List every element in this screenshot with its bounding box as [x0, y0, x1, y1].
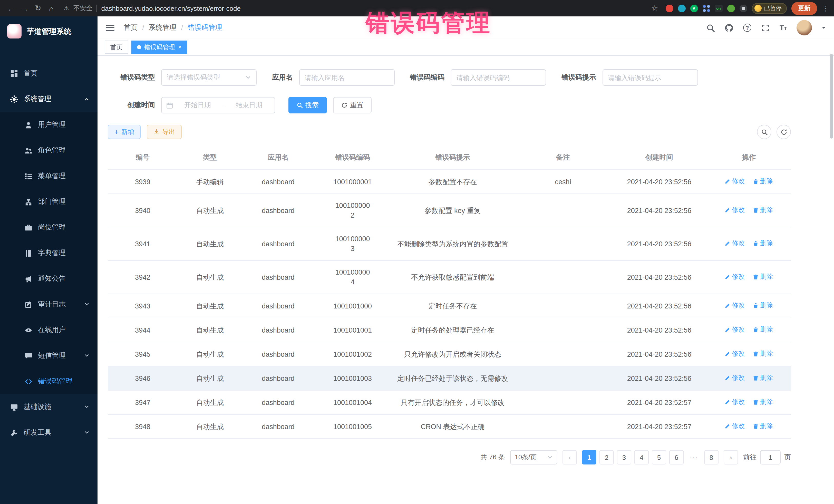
delete-link[interactable]: 删除 [753, 421, 773, 431]
refresh-icon[interactable] [776, 125, 791, 139]
sidebar-item-sms-mgmt[interactable]: 短信管理 [0, 343, 97, 369]
sidebar-item-infrastructure[interactable]: 基础设施 [0, 394, 97, 420]
sidebar-item-home[interactable]: 首页 [0, 61, 97, 86]
sidebar-item-post-mgmt[interactable]: 岗位管理 [0, 215, 97, 240]
page-button[interactable]: 3 [617, 450, 631, 464]
delete-link[interactable]: 删除 [753, 349, 773, 359]
sidebar-item-notice[interactable]: 通知公告 [0, 266, 97, 291]
sidebar-item-system[interactable]: 系统管理 [0, 86, 97, 112]
cell-type: 自动生成 [178, 414, 242, 439]
goto-page-input[interactable] [760, 450, 781, 464]
edit-link[interactable]: 修改 [725, 272, 745, 282]
show-search-icon[interactable] [757, 125, 771, 139]
delete-link[interactable]: 删除 [753, 397, 773, 407]
delete-link[interactable]: 删除 [753, 177, 773, 186]
sidebar-item-error-code[interactable]: 错误码管理 [0, 369, 97, 394]
sidebar-item-audit-log[interactable]: 审计日志 [0, 291, 97, 317]
user-avatar[interactable] [796, 20, 812, 36]
delete-link[interactable]: 删除 [753, 205, 773, 215]
back-icon[interactable]: ← [5, 4, 18, 13]
extension-pin-icon[interactable] [739, 4, 747, 12]
browser-menu-icon[interactable]: ⋮ [822, 4, 829, 12]
app-name-input[interactable] [299, 69, 394, 86]
search-icon[interactable] [706, 23, 715, 32]
browser-chrome: ← → ↻ ⌂ ⚠ 不安全 dashboard.yudao.iocoder.cn… [0, 0, 834, 17]
sidebar-item-user-mgmt[interactable]: 用户管理 [0, 112, 97, 137]
sidebar-item-role-mgmt[interactable]: 角色管理 [0, 137, 97, 163]
extension-green-icon[interactable]: V [690, 4, 698, 12]
search-button[interactable]: 搜索 [288, 97, 327, 113]
error-code-input[interactable] [451, 69, 546, 86]
prev-page-button[interactable]: ‹ [563, 450, 577, 464]
reset-button[interactable]: 重置 [333, 97, 372, 113]
avatar-dropdown-icon[interactable] [822, 27, 826, 31]
sidebar-item-dev-tools[interactable]: 研发工具 [0, 420, 97, 445]
edit-link[interactable]: 修改 [725, 421, 745, 431]
tab-home[interactable]: 首页 [105, 41, 128, 54]
pagination: 共 76 条 10条/页 ‹ 1 2 3 [108, 450, 791, 464]
page-button[interactable]: 6 [669, 450, 684, 464]
export-button[interactable]: 导出 [147, 125, 182, 139]
address-bar[interactable]: ⚠ 不安全 dashboard.yudao.iocoder.cn/system/… [64, 4, 241, 13]
reload-icon[interactable]: ↻ [32, 4, 44, 13]
edit-link[interactable]: 修改 [725, 177, 745, 186]
delete-link[interactable]: 删除 [753, 272, 773, 282]
page-button[interactable]: 5 [652, 450, 666, 464]
edit-link[interactable]: 修改 [725, 349, 745, 359]
add-button[interactable]: + 新增 [108, 125, 140, 139]
close-tab-icon[interactable]: × [178, 44, 182, 50]
paused-badge[interactable]: 已暂停 [752, 3, 787, 14]
tab-error-code[interactable]: 错误码管理 × [131, 41, 187, 54]
date-range-picker[interactable]: 开始日期 - 结束日期 [161, 97, 275, 113]
help-icon[interactable]: ? [743, 24, 751, 32]
page-button[interactable]: 1 [582, 450, 596, 464]
update-button[interactable]: 更新 [791, 2, 817, 15]
delete-link[interactable]: 删除 [753, 239, 773, 248]
edit-link[interactable]: 修改 [725, 239, 745, 248]
cell-msg: CRON 表达式不正确 [391, 414, 514, 439]
fullscreen-icon[interactable] [761, 23, 770, 32]
page-button[interactable]: ··· [687, 450, 701, 464]
sidebar-collapse-icon[interactable] [106, 25, 114, 31]
forward-icon[interactable]: → [19, 4, 31, 13]
delete-link[interactable]: 删除 [753, 325, 773, 335]
page-scrollbar[interactable] [830, 54, 833, 138]
sidebar-item-dict-mgmt[interactable]: 字典管理 [0, 240, 97, 266]
browser-home-icon[interactable]: ⌂ [45, 4, 58, 13]
page-button[interactable]: 8 [704, 450, 719, 464]
page-button[interactable]: 4 [634, 450, 649, 464]
edit-link[interactable]: 修改 [725, 301, 745, 310]
font-size-icon[interactable]: TT [780, 24, 787, 32]
delete-link[interactable]: 删除 [753, 373, 773, 383]
error-msg-input[interactable] [602, 69, 698, 86]
bookmark-star-icon[interactable]: ☆ [649, 4, 661, 13]
github-icon[interactable] [725, 23, 733, 32]
cell-actions: 修改 删除 [707, 294, 791, 318]
edit-link[interactable]: 修改 [725, 205, 745, 215]
extension-red-icon[interactable] [665, 4, 673, 12]
extension-teal-icon[interactable] [678, 4, 685, 12]
sidebar-item-menu-mgmt[interactable]: 菜单管理 [0, 163, 97, 189]
edit-link[interactable]: 修改 [725, 397, 745, 407]
table-row: 3945 自动生成 dashboard 1001001002 只允许修改为开启或… [108, 342, 791, 366]
page-button[interactable]: 2 [599, 450, 614, 464]
delete-link[interactable]: 删除 [753, 301, 773, 310]
edit-link[interactable]: 修改 [725, 325, 745, 335]
breadcrumb-home[interactable]: 首页 [124, 23, 137, 32]
sidebar-item-dept-mgmt[interactable]: 部门管理 [0, 189, 97, 215]
app-logo[interactable]: 芋道管理系统 [0, 17, 97, 46]
chevron-down-icon [84, 430, 89, 435]
sidebar-item-online-users[interactable]: 在线用户 [0, 317, 97, 343]
table-header-row: 编号 类型 应用名 错误码编码 错误码提示 备注 创建时间 操作 [108, 146, 791, 170]
page-size-select[interactable]: 10条/页 [510, 450, 557, 464]
cell-msg: 参数配置 key 重复 [391, 194, 514, 227]
next-page-button[interactable]: › [724, 450, 738, 464]
cell-created: 2021-04-20 23:52:57 [612, 390, 707, 414]
cell-code: 1001000001 [314, 170, 391, 194]
extension-leaf-icon[interactable] [727, 4, 735, 12]
edit-link[interactable]: 修改 [725, 373, 745, 383]
extension-grid-icon[interactable] [702, 4, 710, 12]
extension-on-icon[interactable]: on [715, 4, 722, 12]
breadcrumb-system[interactable]: 系统管理 [149, 23, 177, 32]
error-type-select[interactable]: 请选择错误码类型 [161, 69, 257, 86]
